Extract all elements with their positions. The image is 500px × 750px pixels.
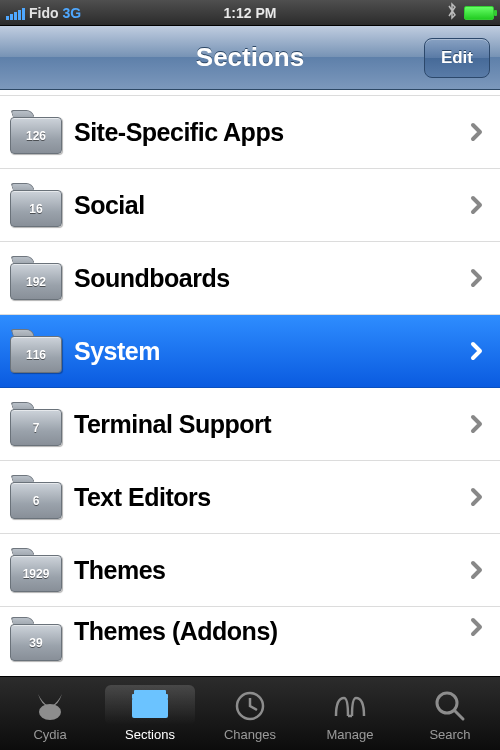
edit-button[interactable]: Edit xyxy=(424,38,490,78)
chevron-right-icon xyxy=(468,617,486,637)
changes-icon xyxy=(232,685,268,725)
section-label: Terminal Support xyxy=(74,410,468,439)
section-label: Themes (Addons) xyxy=(74,617,468,646)
section-row[interactable]: 192Soundboards xyxy=(0,242,500,315)
clock-label: 1:12 PM xyxy=(224,5,277,21)
page-title: Sections xyxy=(196,42,304,73)
section-row[interactable]: 6Text Editors xyxy=(0,461,500,534)
section-label: Soundboards xyxy=(74,264,468,293)
chevron-right-icon xyxy=(468,414,486,434)
folder-icon: 126 xyxy=(10,110,62,154)
section-count: 116 xyxy=(26,348,46,362)
section-row[interactable]: 16Social xyxy=(0,169,500,242)
folder-icon: 16 xyxy=(10,183,62,227)
tab-label: Cydia xyxy=(33,727,66,742)
section-count: 126 xyxy=(26,129,46,143)
network-label: 3G xyxy=(63,5,82,21)
chevron-right-icon xyxy=(468,560,486,580)
tab-label: Changes xyxy=(224,727,276,742)
folder-icon: 7 xyxy=(10,402,62,446)
tab-sections[interactable]: Sections xyxy=(100,677,200,750)
chevron-right-icon xyxy=(468,341,486,361)
folder-icon: 192 xyxy=(10,256,62,300)
manage-icon xyxy=(330,685,370,725)
section-label: Site-Specific Apps xyxy=(74,118,468,147)
section-count: 1929 xyxy=(23,567,50,581)
folder-icon: 6 xyxy=(10,475,62,519)
search-icon xyxy=(432,685,468,725)
tab-label: Manage xyxy=(327,727,374,742)
section-label: Themes xyxy=(74,556,468,585)
svg-rect-3 xyxy=(134,690,166,695)
section-label: System xyxy=(74,337,468,366)
tab-bar: CydiaSectionsChangesManageSearch xyxy=(0,676,500,750)
tab-changes[interactable]: Changes xyxy=(200,677,300,750)
svg-line-7 xyxy=(455,711,463,719)
section-row[interactable]: 1929Themes xyxy=(0,534,500,607)
tab-label: Sections xyxy=(125,727,175,742)
cydia-icon xyxy=(30,685,70,725)
tab-cydia[interactable]: Cydia xyxy=(0,677,100,750)
carrier-label: Fido xyxy=(29,5,59,21)
tab-search[interactable]: Search xyxy=(400,677,500,750)
sections-icon xyxy=(105,685,195,725)
chevron-right-icon xyxy=(468,122,486,142)
section-count: 16 xyxy=(29,202,42,216)
section-row[interactable]: 116System xyxy=(0,315,500,388)
section-row[interactable]: 39Themes (Addons) xyxy=(0,607,500,664)
folder-icon: 1929 xyxy=(10,548,62,592)
section-row[interactable]: 126Site-Specific Apps xyxy=(0,96,500,169)
section-count: 7 xyxy=(33,421,40,435)
section-label: Text Editors xyxy=(74,483,468,512)
chevron-right-icon xyxy=(468,487,486,507)
folder-icon: 39 xyxy=(10,617,62,661)
sections-list[interactable]: 126Site-Specific Apps16Social192Soundboa… xyxy=(0,90,500,676)
bluetooth-icon xyxy=(446,2,458,23)
tab-manage[interactable]: Manage xyxy=(300,677,400,750)
edit-button-label: Edit xyxy=(441,48,473,68)
signal-bars-icon xyxy=(6,6,25,20)
section-row[interactable]: 7Terminal Support xyxy=(0,388,500,461)
chevron-right-icon xyxy=(468,195,486,215)
section-count: 6 xyxy=(33,494,40,508)
section-count: 192 xyxy=(26,275,46,289)
folder-icon: 116 xyxy=(10,329,62,373)
svg-rect-1 xyxy=(132,698,168,718)
nav-bar: Sections Edit xyxy=(0,26,500,90)
svg-point-0 xyxy=(39,704,61,720)
status-bar: Fido 3G 1:12 PM xyxy=(0,0,500,26)
section-label: Social xyxy=(74,191,468,220)
tab-label: Search xyxy=(429,727,470,742)
section-count: 39 xyxy=(29,636,42,650)
battery-icon xyxy=(464,6,494,20)
chevron-right-icon xyxy=(468,268,486,288)
